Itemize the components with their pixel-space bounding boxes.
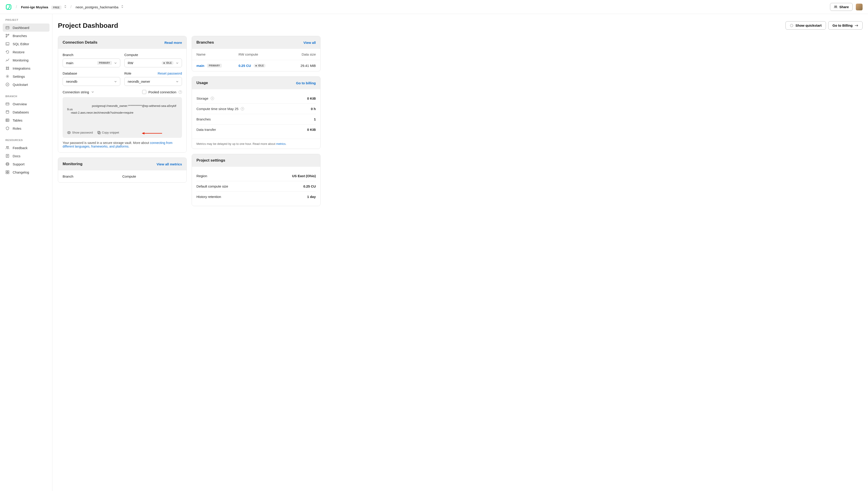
quickstart-icon — [5, 83, 9, 87]
svg-point-1 — [835, 6, 836, 6]
support-icon — [5, 162, 9, 166]
go-to-billing-button[interactable]: Go to Billing — [828, 21, 863, 30]
card-title: Usage — [196, 81, 208, 85]
org-switcher[interactable]: Femi-ige Muyiwa FREE — [21, 5, 66, 9]
avatar[interactable] — [856, 4, 863, 10]
connection-string-dropdown[interactable]: Connection string — [63, 90, 94, 94]
svg-rect-41 — [98, 132, 101, 134]
compute-select[interactable]: RW IDLE — [124, 59, 182, 67]
sidebar-item-changelog[interactable]: Changelog — [3, 168, 50, 176]
password-hint: Your password is saved in a secure stora… — [63, 141, 182, 148]
sidebar-item-roles[interactable]: Roles — [3, 124, 50, 133]
svg-point-12 — [8, 69, 9, 69]
view-all-metrics-link[interactable]: View all metrics — [157, 162, 182, 166]
usage-value: 0 h — [311, 107, 316, 111]
svg-point-22 — [6, 146, 7, 147]
sidebar-item-monitoring[interactable]: Monitoring — [3, 56, 50, 64]
svg-rect-0 — [6, 4, 11, 9]
svg-rect-15 — [6, 103, 9, 105]
help-icon[interactable]: ? — [211, 97, 214, 100]
settings-item: RegionUS East (Ohio) — [196, 171, 316, 181]
project-switcher[interactable]: neon_postgres_hackmamba — [76, 5, 123, 9]
svg-line-32 — [6, 165, 7, 165]
sidebar-item-label: Restore — [13, 50, 25, 54]
reset-password-link[interactable]: Reset password — [158, 71, 182, 75]
project-settings-card: Project settings RegionUS East (Ohio)Def… — [192, 154, 320, 206]
usage-item: Data transfer0 KiB — [196, 124, 316, 135]
branch-select[interactable]: main PRIMARY — [63, 59, 120, 67]
sidebar-item-label: Integrations — [13, 66, 30, 70]
svg-rect-36 — [6, 172, 7, 174]
help-icon[interactable]: ? — [241, 107, 244, 111]
chevron-updown-icon — [64, 5, 66, 9]
read-more-link[interactable]: Read more — [164, 41, 182, 45]
share-label: Share — [839, 5, 849, 9]
branch-name-link[interactable]: main — [196, 64, 204, 67]
main-content: Project Dashboard Show quickstart Go to … — [52, 14, 868, 491]
sidebar-item-settings[interactable]: Settings — [3, 72, 50, 81]
settings-label: Region — [196, 174, 207, 178]
restore-icon — [5, 50, 9, 54]
database-label: Database — [63, 71, 120, 75]
sidebar-item-sql-editor[interactable]: SQL Editor — [3, 40, 50, 48]
monitoring-branch-label: Branch — [63, 174, 122, 178]
sidebar-section-resources: RESOURCES — [0, 139, 52, 144]
topbar-actions: Share — [830, 3, 863, 11]
sidebar-item-label: Docs — [13, 154, 20, 158]
sidebar-item-label: Changelog — [13, 170, 29, 174]
svg-rect-35 — [8, 171, 9, 172]
svg-point-10 — [8, 67, 9, 68]
sidebar-item-databases[interactable]: Databases — [3, 108, 50, 116]
branches-table-row[interactable]: main PRIMARY 0.25 CU IDLE 29.41 MiB — [192, 60, 320, 71]
svg-point-17 — [6, 111, 9, 111]
usage-card: Usage Go to billing Storage ?0 KiBComput… — [192, 76, 320, 149]
view-all-branches-link[interactable]: View all — [303, 41, 316, 45]
page-title: Project Dashboard — [58, 22, 118, 29]
connection-string-code: postgresql://neondb_owner:************@e… — [63, 97, 182, 138]
show-quickstart-button[interactable]: Show quickstart — [785, 21, 826, 30]
settings-label: Default compute size — [196, 184, 228, 188]
show-password-button[interactable]: Show password — [67, 131, 93, 134]
database-select[interactable]: neondb — [63, 77, 120, 86]
sidebar-item-support[interactable]: Support — [3, 160, 50, 168]
sidebar-item-overview[interactable]: Overview — [3, 100, 50, 108]
connection-details-card: Connection Details Read more Branch main — [58, 36, 187, 152]
usage-value: 1 — [314, 117, 316, 121]
sidebar-item-integrations[interactable]: Integrations — [3, 64, 50, 72]
share-button[interactable]: Share — [830, 3, 852, 11]
metrics-link[interactable]: metrics — [276, 142, 286, 146]
breadcrumb-separator: / — [71, 4, 72, 9]
help-icon[interactable]: ? — [178, 90, 182, 94]
svg-marker-43 — [142, 132, 144, 135]
role-select[interactable]: neondb_owner — [124, 77, 182, 86]
annotation-arrow-icon — [142, 132, 162, 135]
compute-label: Compute — [124, 53, 182, 57]
copy-snippet-button[interactable]: Copy snippet — [97, 131, 119, 134]
settings-value: 1 day — [307, 195, 316, 199]
primary-badge: PRIMARY — [207, 64, 222, 67]
sidebar-item-restore[interactable]: Restore — [3, 48, 50, 56]
role-label: Role — [124, 71, 131, 75]
sidebar-item-branches[interactable]: Branches — [3, 32, 50, 40]
sparkle-icon — [790, 24, 793, 27]
monitoring-icon — [5, 58, 9, 62]
svg-line-31 — [8, 163, 9, 164]
monitoring-compute-label: Compute — [122, 174, 182, 178]
branches-card: Branches View all Name RW compute Data s… — [192, 36, 320, 71]
page-header: Project Dashboard Show quickstart Go to … — [58, 21, 863, 30]
settings-value: US East (Ohio) — [292, 174, 316, 178]
docs-icon — [5, 154, 9, 158]
breadcrumb-separator: / — [16, 4, 17, 9]
sidebar-item-docs[interactable]: Docs — [3, 152, 50, 160]
usage-label: Compute time since May 25 ? — [196, 107, 244, 111]
go-to-billing-link[interactable]: Go to billing — [296, 81, 316, 85]
sidebar-item-tables[interactable]: Tables — [3, 116, 50, 124]
settings-label: History retention — [196, 195, 221, 199]
eye-icon — [67, 131, 71, 134]
pooled-connection-checkbox[interactable] — [142, 90, 146, 94]
sidebar-item-feedback[interactable]: Feedback — [3, 144, 50, 152]
monitoring-columns: Branch Compute — [58, 170, 187, 182]
copy-icon — [97, 131, 101, 134]
sidebar-item-dashboard[interactable]: Dashboard — [3, 24, 50, 32]
sidebar-item-quickstart[interactable]: Quickstart — [3, 81, 50, 89]
